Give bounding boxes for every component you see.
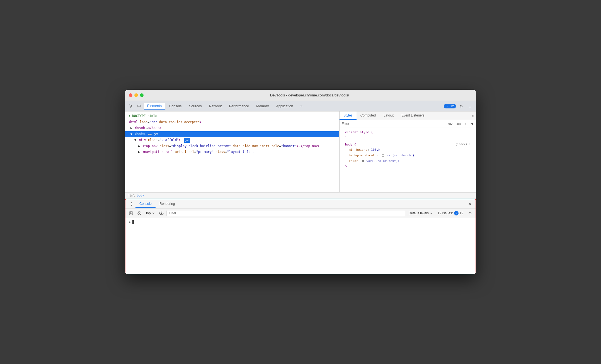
drawer-menu-icon[interactable]: ⋮ (128, 201, 135, 207)
svg-rect-0 (138, 105, 140, 107)
svg-point-9 (161, 213, 162, 214)
svg-text:!: ! (447, 105, 448, 108)
breadcrumb-body[interactable]: body (137, 194, 144, 197)
svg-line-7 (138, 212, 140, 214)
close-button[interactable] (129, 93, 132, 97)
device-toggle-icon[interactable] (135, 102, 143, 110)
eye-icon[interactable] (158, 210, 165, 217)
styles-content: element.style { } body { (index):1 min-h… (340, 127, 476, 172)
drawer-tab-rendering[interactable]: Rendering (156, 200, 179, 208)
console-drawer-header: ⋮ Console Rendering ✕ (125, 199, 476, 209)
html-tag-line[interactable]: <html lang="en" data-cookies-accepted> (125, 119, 339, 125)
issues-badge[interactable]: ! 12 (444, 104, 456, 108)
context-label: top (146, 211, 151, 215)
tab-sources[interactable]: Sources (186, 103, 205, 109)
traffic-lights (129, 93, 144, 97)
issues-number: 12 (460, 211, 463, 215)
body-style-rule: body { (index):1 min-height: 100vh; back… (340, 141, 476, 170)
issues-count-label: 12 (450, 105, 454, 108)
devtools-window: DevTools - developer.chrome.com/docs/dev… (125, 90, 476, 274)
styles-more-tabs-icon[interactable]: » (469, 112, 476, 119)
cls-button[interactable]: .cls (455, 122, 462, 126)
head-line[interactable]: ▶ <head>…</head> (125, 125, 339, 131)
tab-application[interactable]: Application (273, 103, 296, 109)
tab-network[interactable]: Network (206, 103, 225, 109)
breadcrumb-bar: html body (125, 192, 476, 199)
tab-computed[interactable]: Computed (357, 111, 380, 120)
devtools-tab-bar: Elements Console Sources Network Perform… (125, 101, 476, 111)
tab-layout[interactable]: Layout (380, 111, 398, 120)
doctype-line: <!DOCTYPE html> (125, 113, 339, 119)
hov-button[interactable]: :hov (445, 122, 454, 126)
tab-elements[interactable]: Elements (144, 103, 165, 110)
console-toolbar: top Default levels 12 Issues: ! 12 ⚙ (125, 209, 476, 218)
console-settings-icon[interactable]: ⚙ (467, 210, 473, 217)
console-filter-input[interactable] (166, 210, 405, 216)
console-body[interactable]: > (125, 218, 476, 274)
level-label: Default levels (409, 211, 429, 215)
settings-icon[interactable]: ⚙ (457, 102, 465, 110)
tab-event-listeners[interactable]: Event Listeners (398, 111, 428, 120)
clear-console-icon[interactable] (136, 210, 143, 217)
context-selector[interactable]: top (144, 211, 156, 216)
toggle-sidebar-icon[interactable]: ◀ (469, 121, 474, 126)
issues-button[interactable]: 12 Issues: ! 12 (436, 210, 465, 216)
maximize-button[interactable] (140, 93, 144, 97)
tab-performance[interactable]: Performance (226, 103, 253, 109)
console-prompt-line: > (129, 220, 472, 224)
main-panel: <!DOCTYPE html> <html lang="en" data-coo… (125, 111, 476, 192)
nav-rail-line[interactable]: ▶ <navigation-rail aria-label="primary" … (125, 149, 339, 155)
level-selector[interactable]: Default levels (407, 211, 434, 216)
svg-rect-1 (140, 106, 141, 107)
elements-panel[interactable]: <!DOCTYPE html> <html lang="en" data-coo… (125, 111, 340, 192)
styles-panel: Styles Computed Layout Event Listeners »… (340, 111, 476, 192)
breadcrumb-html[interactable]: html (128, 194, 135, 197)
styles-filter-bar: :hov .cls + ◀ (340, 120, 476, 127)
div-scaffold-line[interactable]: ▼ <div class="scaffold"> grid (125, 137, 339, 143)
drawer-close-button[interactable]: ✕ (466, 201, 473, 207)
console-drawer: ⋮ Console Rendering ✕ top Default levels (125, 199, 476, 274)
cursor-blink (132, 220, 134, 224)
element-style-rule: element.style { } (340, 129, 476, 141)
tab-memory[interactable]: Memory (253, 103, 272, 109)
prompt-chevron-icon: > (129, 220, 131, 224)
more-tabs-button[interactable]: » (297, 103, 306, 109)
body-line[interactable]: ▼ <body> == $0 (125, 131, 339, 137)
tab-styles[interactable]: Styles (340, 111, 357, 120)
inspect-element-icon[interactable] (127, 102, 135, 110)
minimize-button[interactable] (134, 93, 138, 97)
issues-count-text: 12 Issues: (438, 211, 453, 215)
execute-script-icon[interactable] (128, 210, 134, 217)
window-title: DevTools - developer.chrome.com/docs/dev… (147, 93, 472, 97)
styles-filter-input[interactable] (342, 122, 444, 126)
styles-tab-bar: Styles Computed Layout Event Listeners » (340, 111, 476, 120)
tab-console[interactable]: Console (166, 103, 185, 109)
issues-icon: ! (454, 211, 459, 215)
more-options-icon[interactable]: ⋮ (466, 102, 474, 110)
devtools-right-controls: ! 12 ⚙ ⋮ (444, 102, 474, 110)
svg-marker-5 (130, 212, 132, 214)
titlebar: DevTools - developer.chrome.com/docs/dev… (125, 90, 476, 101)
drawer-tab-console[interactable]: Console (135, 200, 156, 208)
top-nav-line[interactable]: ▶ <top-nav class="display-block hairline… (125, 143, 339, 149)
add-style-button[interactable]: + (464, 122, 468, 126)
svg-text:!: ! (456, 212, 457, 215)
